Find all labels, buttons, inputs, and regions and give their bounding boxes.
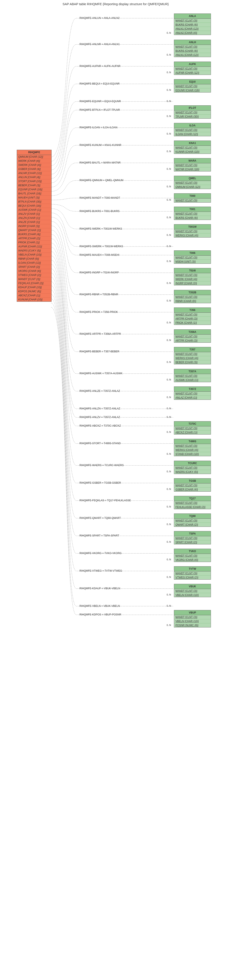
main-table-field: GSBER [CHAR (4)] [17,167,51,171]
ref-table-field: MANDT [CLNT (3)] [174,256,211,259]
main-table-field: BAUTL [CHAR (18)] [17,192,51,196]
cardinality-label: 0..N [167,361,171,363]
main-table-field: BEQUI [CHAR (18)] [17,204,51,208]
relation-label: RIHQMFE-RBNR = T352B-RBNR [80,293,118,296]
ref-table-field: GSBER [CHAR (4)] [174,488,211,492]
ref-table-field: MANDT [CLNT (3)] [174,67,211,71]
relation-label: RIHQMFE-VBELN = VBUK-VBELN [80,605,120,608]
ref-table-field: FEHLKLASSE [CHAR (2)] [174,505,211,509]
relation-label: RIHQMFE-AUFNR = AUFK-AUFNR [80,65,120,68]
cardinality-label: 0..N [167,593,171,596]
ref-table-field: BUKRS [CHAR (4)] [174,23,211,27]
cardinality-label: 0..N [167,396,171,398]
relation-label: RIHQMFE-STORT = T499S-STAND [80,442,121,445]
main-table-rihqmfe: RIHQMFE QMNUM [CHAR (12)]IWERK [CHAR (4)… [17,150,51,302]
cardinality-label: 0..N [167,558,171,561]
relation-label: RIHQMFE-BEBER = T357-BEBER [80,350,120,353]
ref-table-aufk: AUFKMANDT [CLNT (3)]AUFNR [CHAR (12)] [174,62,211,75]
ref-table-field: ANLN1 [CHAR (12)] [174,53,211,57]
ref-table-field: RBNR [CHAR (9)] [174,299,211,303]
ref-table-tvtw: TVTWMANDT [CLNT (3)]VTWEG [CHAR (2)] [174,566,211,579]
ref-table-t000: T000MANDT [CLNT (3)] [174,193,211,202]
ref-table-title: TCURC [174,461,211,466]
ref-table-field: EQUNR [CHAR (18)] [174,88,211,92]
main-table-field: ABCKZ [CHAR (1)] [17,294,51,298]
relation-label: RIHQMFE-BAUTL = MARA-MATNR [80,161,121,164]
main-table-field: VKORG [CHAR (4)] [17,269,51,273]
cardinality-label: 0..N [167,216,171,219]
ref-table-field: WERKS [CHAR (4)] [174,448,211,452]
relation-label: RIHQMFE-SPART = TSPA-SPART [80,534,119,537]
ref-table-title: TGSB [174,479,211,484]
main-table-field: IWERK [CHAR (4)] [17,159,51,163]
main-table-field: KDAUF [CHAR (10)] [17,285,51,290]
main-table-field: KDPOS [NUMC (6)] [17,290,51,294]
ref-table-field: ANLN1 [CHAR (12)] [174,27,211,31]
ref-table-t357: T357MANDT [CLNT (3)]WERKS [CHAR (4)]BEBE… [174,347,211,364]
ref-table-title: T006 [174,251,211,256]
ref-table-field: WERKS [CHAR (4)] [174,234,211,237]
relation-label: RIHQMFE-EQUNR = EQUI-EQUNR [80,100,121,103]
relation-label: RIHQMFE-MANDT = T000-MANDT [80,196,120,199]
ref-table-title: VBUP [174,610,211,615]
ref-table-field: QMART [CHAR (2)] [174,523,211,527]
ref-table-field: MANDT [CLNT (3)] [174,295,211,299]
ref-table-field: MANDT [CLNT (3)] [174,501,211,505]
ref-table-field: MANDT [CLNT (3)] [174,19,211,23]
main-table-field: VTWEG [CHAR (2)] [17,273,51,277]
ref-table-field: MANDT [CLNT (3)] [174,334,211,339]
relation-label: RIHQMFE-QMNUM = QMEL-QMNUM [80,179,123,182]
er-diagram-canvas: RIHQMFE QMNUM [CHAR (12)]IWERK [CHAR (4)… [2,7,225,977]
relation-label: RIHQMFE-ANLNR = ANLH-ANLN1 [80,43,120,46]
relation-label: RIHQMFE-FEQKLAS = TQ17-FEHLKLASSE [80,499,131,502]
ref-table-t024i: T024IMANDT [CLNT (3)]IWERK [CHAR (4)]ING… [174,268,211,285]
ref-table-field: MANDT [CLNT (3)] [174,110,211,115]
cardinality-label: 0..N [167,470,171,473]
main-table-field: EQUNR [CHAR (18)] [17,188,51,192]
main-table-field: ANLZN [CHAR (1)] [17,216,51,220]
main-table-field: SWERK [CHAR (4)] [17,163,51,167]
ref-table-field: MANDT [CLNT (3)] [174,519,211,523]
ref-table-tvko: TVKOMANDT [CLNT (3)]VKORG [CHAR (4)] [174,549,211,562]
ref-table-field: MANDT [CLNT (3)] [174,426,211,430]
ref-table-field: MANDT [CLNT (3)] [174,466,211,470]
ref-table-title: T370C [174,422,211,426]
ref-table-field: ANLAZ [CHAR (1)] [174,396,211,399]
ref-table-field: SPART [CHAR (2)] [174,540,211,544]
ref-table-field: STAND [CHAR (10)] [174,452,211,456]
cardinality-label: 0..N [167,321,171,324]
ref-table-field: MANDT [CLNT (3)] [174,444,211,448]
main-table-field: KUNUM [CHAR (10)] [17,298,51,301]
cardinality-label: 0..N [167,53,171,56]
ref-table-title: T352B [174,290,211,295]
cardinality-label: 0..N [167,624,171,626]
main-table-field: WAERS [CUKY (5)] [17,249,51,253]
ref-table-field: VBELN [CHAR (10)] [174,619,211,624]
relation-label: RIHQMFE-ILOAN = ILOA-ILOAN [80,126,117,129]
main-table-field: ILOAN [CHAR (12)] [17,261,51,265]
cardinality-label: 0..N [167,115,171,118]
ref-table-t001: T001MANDT [CLNT (3)]BUKRS [CHAR (4)] [174,207,211,220]
relation-label: RIHQMFE-PRIOK = T356-PRIOK [80,310,118,313]
ref-table-title: ANLH [174,40,211,45]
ref-table-title: T357A [174,369,211,374]
ref-table-title: T356 [174,308,211,313]
ref-table-field: MANDT [CLNT (3)] [174,84,211,88]
main-table-field: VBELN [CHAR (10)] [17,253,51,257]
relation-label: RIHQMFE-SWERK = T001W-WERKS [80,245,123,248]
relation-label: RIHQMFE-ANLZV = T357Z-ANLAZ [80,416,120,418]
main-table-field: MANDT [CLNT (3)] [17,277,51,281]
ref-table-tq17: TQ17MANDT [CLNT (3)]FEHLKLASSE [CHAR (2)… [174,496,211,509]
cardinality-label: 0..N [167,416,171,418]
main-table-field: ANLNR [CHAR (12)] [17,171,51,175]
main-table-field: RBNR [CHAR (9)] [17,257,51,261]
ref-table-title: TQ17 [174,496,211,501]
ref-table-field: MANDT [CLNT (3)] [174,181,211,185]
relation-label: RIHQMFE-ARTPR = T356A-ARTPR [80,332,121,336]
cardinality-label: 0..N [167,407,171,410]
ref-table-title: VBUK [174,584,211,589]
ref-table-field: IWERK [CHAR (4)] [174,277,211,281]
cardinality-label: 0..N [167,378,171,381]
ref-table-field: MANDT [CLNT (3)] [174,229,211,234]
relation-label: RIHQMFE-AUSWK = T357A-AUSWK [80,372,122,375]
